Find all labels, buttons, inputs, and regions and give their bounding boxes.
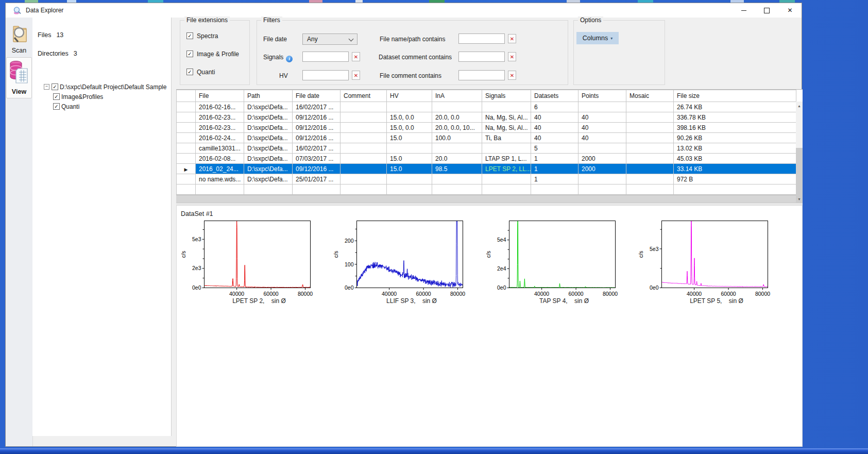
table-cell[interactable]: 16/02/2017 ... (293, 143, 341, 154)
table-cell[interactable]: 2016-02-24... (196, 133, 244, 143)
dataset-comment-clear-button[interactable]: ✕ (508, 52, 516, 61)
table-cell[interactable] (626, 154, 674, 164)
file-extension-option[interactable]: ✓Spectra (186, 32, 249, 39)
table-cell[interactable]: 20.0, 0.0 (432, 112, 482, 123)
table-cell[interactable] (578, 143, 626, 154)
table-cell[interactable]: 09/12/2016 ... (293, 123, 341, 133)
table-cell[interactable]: D:\sxpc\Defa... (244, 174, 293, 184)
table-cell[interactable]: 15.0, 0.0 (387, 123, 432, 133)
table-cell[interactable]: 15.0, 0.0 (387, 112, 432, 123)
column-header[interactable]: InA (432, 90, 482, 102)
table-cell[interactable]: 5 (531, 143, 578, 154)
table-cell[interactable] (387, 174, 432, 184)
table-cell[interactable]: 25/01/2017 ... (293, 174, 341, 184)
table-cell[interactable]: 09/12/2016 ... (293, 133, 341, 143)
row-selector-header[interactable] (177, 90, 196, 102)
table-cell[interactable]: 90.26 KB (674, 133, 796, 143)
row-selector-cell[interactable] (177, 102, 196, 112)
table-cell[interactable]: D:\sxpc\Defa... (244, 164, 293, 174)
table-cell[interactable]: 09/12/2016 ... (293, 164, 341, 174)
checkbox-checked-icon[interactable]: ✓ (53, 103, 60, 110)
file-extension-option[interactable]: ✓Image & Profile (186, 51, 249, 57)
table-cell[interactable]: 2016-02-23... (196, 123, 244, 133)
table-cell[interactable] (482, 143, 531, 154)
row-selector-cell[interactable] (177, 133, 196, 143)
row-selector-cell[interactable] (177, 154, 196, 164)
table-cell[interactable] (626, 123, 674, 133)
table-cell[interactable] (341, 164, 387, 174)
table-cell[interactable] (341, 112, 387, 123)
table-row[interactable]: camille13031...D:\sxpc\Defa...16/02/2017… (177, 143, 796, 154)
table-cell[interactable] (482, 174, 531, 184)
column-header[interactable]: Mosaic (626, 90, 674, 102)
row-selector-cell[interactable]: ▶ (177, 164, 196, 174)
scroll-down-icon[interactable]: ▼ (796, 195, 803, 203)
name-path-clear-button[interactable]: ✕ (508, 34, 516, 43)
table-cell[interactable] (626, 174, 674, 184)
table-cell[interactable]: 09/12/2016 ... (293, 112, 341, 123)
table-cell[interactable]: 6 (531, 102, 578, 112)
table-cell[interactable]: 40 (578, 112, 626, 123)
columns-button[interactable]: Columns ▾ (576, 32, 619, 44)
table-cell[interactable]: 336.78 KB (674, 112, 796, 123)
table-cell[interactable]: D:\sxpc\Defa... (244, 154, 293, 164)
table-cell[interactable]: 16/02/2017 ... (293, 102, 341, 112)
table-cell[interactable]: 972 B (674, 174, 796, 184)
table-cell[interactable]: Na, Mg, Si, Al... (482, 112, 531, 123)
minimize-button[interactable] (732, 3, 755, 18)
table-row[interactable]: 2016-02-16...D:\sxpc\Defa...16/02/2017 .… (177, 102, 796, 112)
column-header[interactable]: Points (578, 90, 626, 102)
table-cell[interactable]: D:\sxpc\Defa... (244, 102, 293, 112)
view-button[interactable]: View (6, 57, 32, 98)
table-cell[interactable]: 15.0 (387, 154, 432, 164)
signals-clear-button[interactable]: ✕ (352, 52, 360, 61)
hv-filter-input[interactable] (302, 70, 349, 80)
table-cell[interactable] (626, 102, 674, 112)
checkbox-checked-icon[interactable]: ✓ (52, 83, 58, 90)
column-header[interactable]: File size (674, 90, 796, 102)
table-cell[interactable] (341, 154, 387, 164)
scan-button[interactable]: Scan (6, 23, 32, 54)
table-cell[interactable] (387, 143, 432, 154)
table-cell[interactable]: camille13031... (196, 143, 244, 154)
table-cell[interactable]: 98.5 (432, 164, 482, 174)
checkbox-checked-icon[interactable]: ✓ (53, 93, 60, 100)
table-cell[interactable]: D:\sxpc\Defa... (244, 112, 293, 123)
table-cell[interactable] (432, 102, 482, 112)
table-cell[interactable] (626, 112, 674, 123)
table-cell[interactable] (341, 133, 387, 143)
table-cell[interactable] (626, 143, 674, 154)
table-cell[interactable]: LPET SP 2, LL... (482, 164, 531, 174)
table-cell[interactable]: 40 (531, 112, 578, 123)
checkbox-checked-icon[interactable]: ✓ (186, 51, 193, 57)
table-cell[interactable]: no name.wds... (196, 174, 244, 184)
column-header[interactable]: Comment (341, 90, 387, 102)
table-cell[interactable]: 2000 (578, 164, 626, 174)
table-cell[interactable]: 40 (531, 133, 578, 143)
table-cell[interactable]: D:\sxpc\Defa... (244, 123, 293, 133)
taskbar[interactable] (0, 448, 868, 454)
table-cell[interactable] (626, 133, 674, 143)
signals-filter-input[interactable] (302, 52, 349, 62)
hv-clear-button[interactable]: ✕ (352, 71, 360, 80)
table-cell[interactable]: 20.0 (432, 154, 482, 164)
table-cell[interactable]: 1 (531, 174, 578, 184)
table-row[interactable]: no name.wds...D:\sxpc\Defa...25/01/2017 … (177, 174, 796, 184)
file-date-combo[interactable]: Any (302, 33, 358, 45)
table-cell[interactable]: 1 (531, 154, 578, 164)
dataset-comment-filter-input[interactable] (458, 52, 505, 62)
table-cell[interactable] (341, 102, 387, 112)
table-cell[interactable]: D:\sxpc\Defa... (244, 143, 293, 154)
file-comment-filter-input[interactable] (458, 70, 505, 80)
column-header[interactable]: Datasets (531, 90, 578, 102)
maximize-button[interactable] (755, 3, 778, 18)
column-header[interactable]: Path (244, 90, 293, 102)
table-cell[interactable] (341, 123, 387, 133)
table-cell[interactable]: 100.0 (432, 133, 482, 143)
table-cell[interactable]: 15.0 (387, 164, 432, 174)
table-cell[interactable]: 20.0, 0.0, 10... (432, 123, 482, 133)
horizontal-scrollbar[interactable] (176, 195, 796, 203)
table-cell[interactable] (578, 102, 626, 112)
table-cell[interactable]: 15.0 (387, 133, 432, 143)
row-selector-cell[interactable] (177, 174, 196, 184)
